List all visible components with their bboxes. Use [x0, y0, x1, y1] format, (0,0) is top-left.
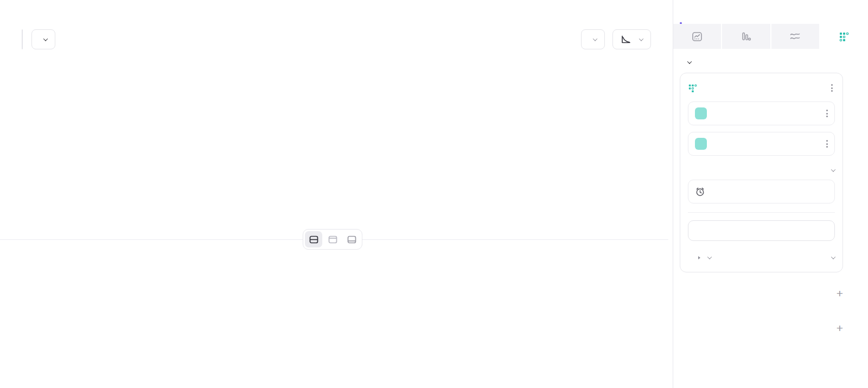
triangle-right-icon: [698, 256, 700, 259]
chevron-down-icon: [687, 59, 692, 63]
retention-icon[interactable]: [820, 24, 868, 49]
flows-icon[interactable]: [771, 24, 820, 49]
save-as-new-behavior-button[interactable]: [688, 220, 835, 241]
legend-swatch: [331, 63, 337, 69]
report-section-dropdown[interactable]: [683, 61, 843, 65]
step-number-badge: [695, 138, 707, 150]
retention-report-app: + +: [0, 0, 868, 388]
insights-icon[interactable]: [673, 24, 722, 49]
date-range-segmented-control: [22, 29, 23, 49]
criteria-row[interactable]: [688, 180, 835, 203]
kebab-icon[interactable]: [824, 107, 830, 119]
report-main-area: [0, 0, 673, 388]
chart-only-view-icon[interactable]: [324, 231, 341, 247]
breakdown-section: +: [683, 323, 843, 333]
chevron-down-icon: [43, 36, 48, 41]
kebab-icon[interactable]: [824, 138, 830, 150]
chart-legend: [0, 61, 673, 71]
view-toggle-row: [0, 227, 673, 252]
sidebar-tabs: [673, 0, 868, 24]
view-toggle-group: [303, 229, 362, 250]
chart-toolbar: [22, 29, 651, 49]
granularity-dropdown[interactable]: [581, 29, 605, 49]
retention-icon: [688, 84, 697, 93]
measure-dropdown[interactable]: [694, 256, 827, 259]
report-type-tabs: [673, 24, 868, 49]
chevron-down-icon: [707, 255, 712, 259]
step-2-row[interactable]: [688, 132, 835, 156]
alarm-clock-icon: [695, 187, 705, 197]
retention-line-chart[interactable]: [22, 72, 651, 222]
retention-curve-icon: [621, 35, 631, 44]
behavior-card: [680, 73, 843, 272]
behavior-header: [688, 81, 835, 95]
chevron-down-icon: [831, 167, 835, 171]
advanced-dropdown[interactable]: [827, 169, 835, 172]
compare-button[interactable]: [31, 29, 55, 49]
measurement-row: [688, 251, 835, 264]
divider: [688, 212, 835, 213]
chevron-down-icon: [831, 255, 835, 259]
step-number-badge: [695, 107, 707, 119]
plus-icon[interactable]: +: [837, 323, 843, 333]
plus-icon[interactable]: +: [837, 289, 843, 298]
step-1-row[interactable]: [688, 101, 835, 125]
query-builder-sidebar: + +: [673, 0, 868, 388]
chevron-down-icon: [593, 36, 597, 41]
chart-style-dropdown[interactable]: [612, 29, 651, 49]
chevron-down-icon: [639, 36, 643, 41]
filter-section: +: [683, 289, 843, 298]
query-panel: + +: [673, 61, 868, 333]
kebab-icon[interactable]: [829, 82, 835, 94]
retention-criteria-header: [688, 169, 835, 172]
funnels-icon[interactable]: [722, 24, 771, 49]
table-only-view-icon[interactable]: [343, 231, 360, 247]
groups-dropdown[interactable]: [827, 256, 835, 259]
split-view-icon[interactable]: [305, 231, 322, 247]
